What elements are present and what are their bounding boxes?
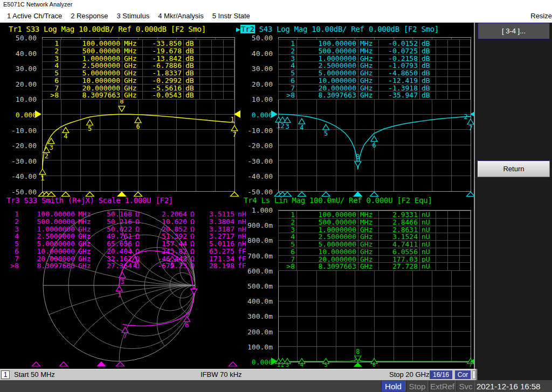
marker-value-unit: dB [184,77,200,84]
svg-text:1: 1 [40,174,44,182]
marker-value-unit: nU [420,263,436,270]
marker-value: -1.3918 [379,85,420,92]
marker-frequency-unit: GHz [122,69,143,76]
marker-row: 2500.00000MHz50.216Ω10.620Ω3.3804nH [3,218,236,226]
svg-text:5: 5 [325,362,328,368]
marker-value-unit: dB [184,47,200,54]
svg-text:4: 4 [300,124,303,131]
y-axis-tick-label: -20.00 [1,138,37,154]
marker-value: -33.850 [143,40,184,47]
stop-frequency[interactable]: Stop 20 GHz [389,370,429,379]
svg-text:3: 3 [120,278,124,285]
marker-reactance: -46.443 [144,255,189,263]
marker-resistance: 50.216 [96,218,134,226]
svg-text:6: 6 [136,123,140,130]
marker-frequency: 10.000000 [297,77,358,84]
marker-row: 55.0000000GHz65.656Ω157.44Ω5.0116nH [3,240,236,248]
marker-reactance: -679.23 [144,262,189,270]
marker-value: -19.678 [143,47,184,54]
reactance-unit: Ω [189,218,201,226]
trace1-header[interactable]: Tr1 S33 Log Mag 10.00dB/ Ref 0.000dB [F2… [9,25,206,33]
marker-table-tr4: 1100.00000MHz2.9331nU 2500.00000MHz2.846… [278,211,471,271]
marker-frequency: 5.0000000 [297,241,358,248]
marker-frequency: 20.000000 [297,256,358,263]
marker-frequency-unit: GHz [358,85,379,92]
marker-frequency: 10.000000 [20,248,77,255]
marker-reactance: 20.852 [144,226,189,233]
marker-value: -35.947 [379,92,420,99]
marker-row: >88.3097663GHz27.364Ω-679.23Ω28.198fF [3,262,236,270]
reactance-unit: Ω [189,240,201,248]
marker-value: -5.5616 [143,85,184,92]
marker-number: 3 [43,55,61,62]
marker-number: 7 [279,256,297,263]
marker-frequency: 5.0000000 [297,69,358,76]
marker-value-unit: dB [420,55,436,62]
softkey-button[interactable]: [ 3-4 ]... [478,23,550,39]
marker-number: 1 [43,40,61,47]
marker-value-unit: dB [184,55,200,62]
marker-number: 4 [3,233,20,240]
trace2-header-rest: S43 Log Mag 10.00dB/ Ref 0.000dB [F2 Smo… [255,25,439,33]
marker-frequency: 1.0000000 [297,226,358,233]
resistance-unit: Ω [134,218,144,226]
return-button[interactable]: Return [478,160,550,177]
y-axis-tick-label: -30.00 [1,154,37,170]
marker-number: 1 [279,211,297,218]
marker-value: -4.8650 [379,69,420,76]
lc-unit: nH [236,226,246,233]
resistance-unit: Ω [134,226,144,233]
stop-status: Stop [406,381,428,391]
marker-resistance: 49.761 [96,233,134,240]
svg-text:8: 8 [356,348,360,355]
resistance-unit: Ω [134,233,144,240]
marker-frequency: 5.0000000 [20,240,77,248]
marker-value-unit: dB [184,40,200,47]
marker-frequency-unit: GHz [358,92,379,99]
marker-frequency: 10.000000 [61,77,122,84]
marker-lc-value: 28.198 [201,262,236,270]
y-axis-tick-label: 30.00 [1,61,37,77]
reactance-unit: Ω [189,262,201,270]
marker-frequency: 2.5000000 [61,62,122,69]
marker-row: 1100.00000MHz2.9331nU [279,211,470,219]
marker-value-unit: dB [184,85,200,92]
marker-number: 4 [43,62,61,69]
marker-number: >8 [279,92,297,99]
lc-unit: nH [236,218,246,226]
y-axis-tick-label: 10.00 [237,92,273,108]
correction-badge: Cor [455,370,471,379]
marker-reactance: 2.2064 [144,211,189,218]
marker-number: 1 [3,211,20,218]
marker-frequency-unit: MHz [122,47,143,54]
marker-value: 27.728 [379,263,420,270]
marker-row: 720.000000GHz32.162Ω-46.443Ω171.34fF [3,255,236,263]
svg-text:7: 7 [469,362,472,368]
datetime-display: 2021-12-16 16:58 [477,381,540,391]
y-axis-tick-label: -30.00 [237,154,273,170]
marker-frequency-unit: MHz [122,40,143,47]
marker-value-unit: dB [420,77,436,84]
y-axis-tick-label: -10.00 [1,123,37,139]
svg-text:2: 2 [464,113,467,121]
ifbw-value[interactable]: IFBW 70 kHz [201,370,242,379]
start-frequency[interactable]: Start 50 MHz [14,370,55,379]
marker-row: 1100.00000MHz-0.0152dB [279,40,470,47]
marker-lc-value: 63.275 [201,248,236,255]
reactance-unit: Ω [189,233,201,240]
marker-frequency: 2.5000000 [297,62,358,69]
svg-text:3: 3 [286,362,289,368]
marker-lc-value: 3.3187 [201,226,236,233]
lc-unit: nH [236,211,246,218]
marker-frequency: 100.00000 [20,211,77,218]
marker-value: -1.8337 [143,69,184,76]
marker-table-tr3: 1100.00000MHz50.168Ω2.2064Ω3.5115nH 2500… [3,211,236,270]
marker-row: 610.000000GHz6.0556nU [279,248,470,256]
marker-frequency: 100.00000 [297,211,358,218]
marker-value-unit: dB [420,85,436,92]
marker-frequency-unit: GHz [358,226,379,233]
marker-frequency-unit: GHz [122,85,143,92]
marker-frequency-unit: MHz [77,218,96,226]
marker-frequency: 8.3097663 [61,92,122,99]
y-axis-tick-label: 30.00 [237,61,273,77]
